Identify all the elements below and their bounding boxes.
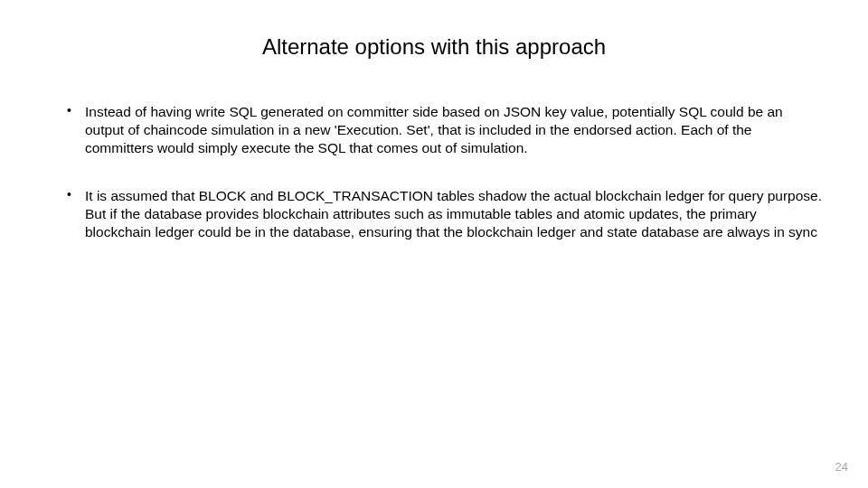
slide-title: Alternate options with this approach bbox=[45, 34, 823, 60]
slide: Alternate options with this approach Ins… bbox=[0, 0, 868, 488]
list-item: It is assumed that BLOCK and BLOCK_TRANS… bbox=[67, 187, 823, 240]
page-number: 24 bbox=[835, 460, 848, 474]
list-item: Instead of having write SQL generated on… bbox=[67, 103, 823, 156]
bullet-list: Instead of having write SQL generated on… bbox=[45, 103, 823, 241]
